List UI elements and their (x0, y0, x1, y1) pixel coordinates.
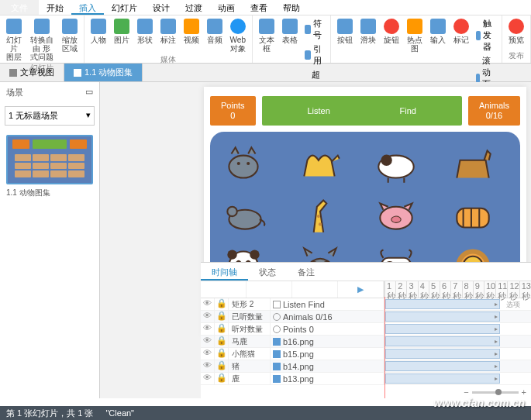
sidebar-title: 场景 (6, 87, 23, 98)
timeline-row[interactable]: 👁🔒已听数量Animals 0/16▸ (201, 311, 531, 323)
menu-slides[interactable]: 幻灯片 (104, 0, 145, 15)
animal-mouse[interactable] (219, 194, 267, 234)
btn-preview[interactable]: 预览 (505, 17, 527, 46)
timeline-track[interactable]: ▸ (384, 360, 531, 372)
btn-web[interactable]: Web 对象 (227, 17, 249, 54)
menu-view[interactable]: 查看 (243, 0, 275, 15)
doctab-animals[interactable]: 1.1 动物图集 (64, 64, 143, 81)
animal-pig[interactable] (372, 194, 420, 234)
visibility-toggle[interactable]: 👁 (201, 373, 215, 384)
timeline-track[interactable]: ▸ (384, 348, 531, 360)
timeline-bar[interactable]: ▸ (385, 336, 500, 346)
listen-find-box[interactable]: ListenFind (262, 96, 462, 126)
lock-toggle[interactable]: 🔒 (215, 373, 229, 384)
btn-slide-layer[interactable]: 幻灯片 图层 (3, 17, 25, 63)
timeline-bar[interactable]: ▸ (385, 374, 500, 384)
btn-shape[interactable]: 形状 (134, 17, 156, 54)
status-theme: "Clean" (105, 408, 134, 418)
sidebar-menu-button[interactable]: ▭ (85, 87, 93, 98)
layer-name: 鹿 (229, 373, 271, 384)
file-menu[interactable]: 文件 (0, 0, 39, 15)
btn-image[interactable]: 图片 (111, 17, 133, 54)
menu-insert[interactable]: 插入 (71, 0, 104, 15)
animal-tiger[interactable] (449, 194, 497, 234)
visibility-toggle[interactable]: 👁 (201, 311, 215, 322)
thumbnail-label: 1.1 动物图集 (6, 188, 93, 198)
lock-toggle[interactable]: 🔒 (215, 348, 229, 360)
ribbon-group-interact: 按钮 滑块 旋钮 热点图 输入 标记 触发器 滚动面板 鼠标 互动对象 (331, 15, 502, 63)
object-type-icon (273, 363, 281, 370)
zoom-in-icon[interactable]: + (522, 387, 526, 397)
animals-box[interactable]: Animals0/16 (468, 96, 520, 126)
btn-reference[interactable]: 引用 (302, 43, 327, 67)
textbox-icon (259, 19, 274, 34)
canvas[interactable]: Points0 ListenFind Animals0/16 (100, 82, 531, 398)
timeline-bar[interactable]: ▸ (385, 312, 500, 322)
bottom-tabs: 时间轴 状态 备注 (201, 263, 531, 281)
timeline-bar[interactable]: ▸ (385, 349, 500, 359)
tab-timeline[interactable]: 时间轴 (201, 263, 248, 281)
doc-icon (9, 69, 17, 77)
scene-dropdown[interactable]: 1 无标题场景▾ (5, 106, 95, 126)
animal-cat[interactable] (219, 144, 267, 184)
visibility-toggle[interactable]: 👁 (201, 336, 215, 347)
btn-audio[interactable]: 音频 (204, 17, 226, 54)
zoom-slider[interactable] (472, 391, 519, 394)
timeline-row[interactable]: 👁🔒马鹿b16.png▸ (201, 336, 531, 348)
main-area: 场景 ▭ 1 无标题场景▾ 1.1 动物图集 Points0 ListenFin… (0, 82, 531, 398)
btn-symbol[interactable]: 符号 (302, 17, 327, 42)
lock-toggle[interactable]: 🔒 (215, 298, 229, 310)
layer-object: b14.png (271, 360, 384, 372)
svg-point-9 (318, 222, 321, 225)
tab-notes[interactable]: 备注 (287, 263, 326, 281)
points-box[interactable]: Points0 (210, 96, 256, 126)
play-icon[interactable]: ▶ (357, 284, 364, 294)
visibility-toggle[interactable]: 👁 (201, 360, 215, 372)
timeline-ruler[interactable]: 1 秒 2 秒 3 秒 4 秒 5 秒 6 秒 7 秒 8 秒 9 秒 10 秒… (384, 281, 531, 298)
layer-name: 矩形 2 (229, 298, 271, 310)
visibility-toggle[interactable]: 👁 (201, 298, 215, 310)
animal-dog[interactable] (449, 144, 497, 184)
timeline-row[interactable]: 👁🔒小熊猫b15.png▸ (201, 348, 531, 360)
lock-toggle[interactable]: 🔒 (215, 311, 229, 322)
menu-animation[interactable]: 动画 (210, 0, 243, 15)
lock-toggle[interactable]: 🔒 (215, 360, 229, 372)
layer-object: b13.png (271, 373, 384, 384)
visibility-toggle[interactable]: 👁 (201, 348, 215, 360)
menu-help[interactable]: 帮助 (275, 0, 308, 15)
animal-giraffe[interactable] (296, 194, 344, 234)
timeline-row[interactable]: 👁🔒猪b14.png▸ (201, 360, 531, 373)
timeline-track[interactable]: ▸ (384, 336, 531, 347)
btn-video[interactable]: 视频 (181, 17, 202, 54)
doc-icon (74, 69, 81, 77)
lock-toggle[interactable]: 🔒 (215, 336, 229, 347)
visibility-toggle[interactable]: 👁 (201, 323, 215, 335)
menu-start[interactable]: 开始 (39, 0, 71, 15)
zoom-out-icon[interactable]: − (464, 387, 468, 397)
status-slide-count: 第 1 张幻灯片，共 1 张 (6, 408, 93, 419)
btn-convert-freeform[interactable]: 转换自由 形式问题 (26, 17, 57, 63)
animal-sheep[interactable] (372, 144, 420, 184)
timeline-track[interactable]: ▸ (384, 311, 531, 322)
menu-transition[interactable]: 过渡 (178, 0, 210, 15)
btn-person[interactable]: 人物 (88, 17, 109, 54)
menu-design[interactable]: 设计 (145, 0, 178, 15)
timeline-bar[interactable]: ▸ (385, 324, 500, 334)
btn-callout[interactable]: 标注 (157, 17, 179, 54)
slide-thumbnail[interactable] (6, 135, 93, 184)
lock-toggle[interactable]: 🔒 (215, 323, 229, 335)
timeline-row[interactable]: 👁🔒听对数量Points 0▸ (201, 323, 531, 336)
timeline-bar[interactable]: ▸ (385, 299, 500, 309)
timeline-row[interactable]: 👁🔒鹿b13.png▸ (201, 373, 531, 385)
playhead[interactable] (384, 297, 385, 398)
timeline-row[interactable]: 👁🔒矩形 2Listen Find▸ (201, 298, 531, 311)
btn-zoom-region[interactable]: 缩放 区域 (59, 17, 81, 63)
zoom-control[interactable]: −+ (464, 387, 526, 397)
timeline-bar[interactable]: ▸ (385, 361, 500, 371)
timeline-track[interactable]: ▸ (384, 373, 531, 384)
btn-trigger[interactable]: 触发器 (474, 17, 498, 53)
timeline-track[interactable]: ▸ (384, 323, 531, 335)
doctab-article[interactable]: 文章视图 (0, 64, 64, 81)
tab-state[interactable]: 状态 (248, 263, 287, 281)
animal-camel[interactable] (296, 144, 344, 184)
